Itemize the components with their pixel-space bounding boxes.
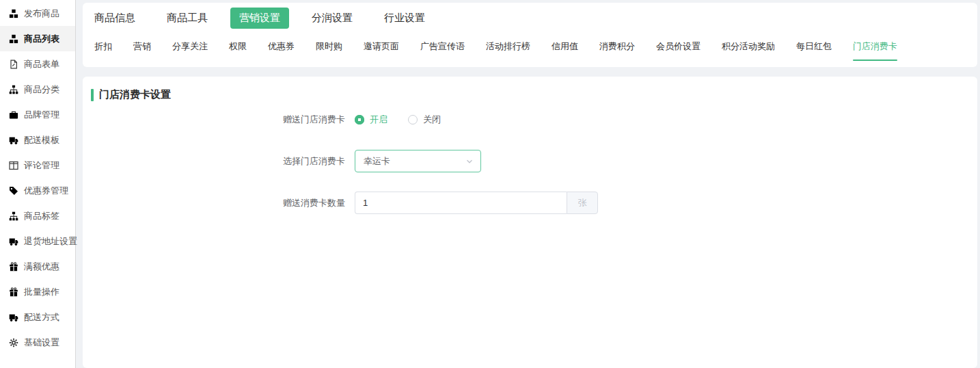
store-card-select-value: 幸运卡 — [364, 155, 390, 168]
cubes-icon — [9, 9, 18, 18]
tab-ad-slogan[interactable]: 广告宣传语 — [420, 40, 465, 53]
sidebar-item-label: 品牌管理 — [24, 109, 59, 121]
gift-icon — [9, 262, 18, 272]
gift-card-toggle-row: 赠送门店消费卡 开启 关闭 — [83, 108, 977, 131]
tab-profit-sharing-settings[interactable]: 分润设置 — [312, 12, 353, 25]
store-card-settings-panel: 门店消费卡设置 赠送门店消费卡 开启 关闭 选择 — [83, 77, 977, 368]
tab-product-tools[interactable]: 商品工具 — [167, 12, 208, 25]
tab-product-info[interactable]: 商品信息 — [94, 12, 135, 25]
sidebar-item-label: 发布商品 — [24, 8, 59, 20]
gift-card-toggle-label: 赠送门店消费卡 — [83, 114, 355, 126]
sidebar-item-label: 配送方式 — [24, 311, 59, 324]
title-accent-bar — [91, 89, 94, 101]
radio-checked-icon[interactable] — [355, 115, 364, 124]
truck-icon — [9, 135, 18, 145]
truck-icon — [9, 237, 18, 246]
section-title: 门店消费卡设置 — [91, 88, 977, 101]
sidebar-item-full-amount-discount[interactable]: 满额优惠 — [0, 254, 75, 279]
sidebar-item-label: 评论管理 — [24, 159, 59, 172]
settings-form: 赠送门店消费卡 开启 关闭 选择门店消费卡 幸运卡 — [83, 108, 977, 214]
sidebar-item-coupon-management[interactable]: 优惠券管理 — [0, 178, 75, 203]
gift-card-radio-group: 开启 关闭 — [355, 114, 441, 126]
sidebar-item-label: 满额优惠 — [24, 261, 59, 273]
sidebar-item-label: 优惠券管理 — [24, 185, 68, 197]
tab-marketing-settings[interactable]: 营销设置 — [230, 8, 289, 29]
sidebar-item-product-tags[interactable]: 商品标签 — [0, 203, 75, 228]
sitemap-icon — [9, 211, 18, 221]
tab-points-activity-reward[interactable]: 积分活动奖励 — [722, 40, 775, 53]
briefcase-icon — [9, 110, 18, 120]
main-area: 商品信息 商品工具 营销设置 分润设置 行业设置 折扣 营销 分享关注 权限 优… — [83, 0, 977, 368]
tabs-card: 商品信息 商品工具 营销设置 分润设置 行业设置 折扣 营销 分享关注 权限 优… — [83, 3, 977, 67]
tab-credit-value[interactable]: 信用值 — [552, 40, 578, 53]
gear-icon — [9, 338, 18, 347]
sidebar-item-product-list[interactable]: 商品列表 — [0, 26, 75, 51]
chevron-down-icon — [465, 157, 474, 166]
quantity-input-group: 张 — [355, 192, 598, 214]
sidebar-item-brand-management[interactable]: 品牌管理 — [0, 102, 75, 127]
primary-tab-bar: 商品信息 商品工具 营销设置 分润设置 行业设置 — [83, 3, 977, 33]
tab-activity-ranking[interactable]: 活动排行榜 — [486, 40, 530, 53]
section-title-text: 门店消费卡设置 — [99, 88, 171, 101]
columns-icon — [9, 161, 18, 170]
radio-unchecked-icon[interactable] — [408, 115, 418, 124]
tab-invite-page[interactable]: 邀请页面 — [364, 40, 399, 53]
tab-marketing[interactable]: 营销 — [133, 40, 151, 53]
radio-enable[interactable]: 开启 — [355, 114, 387, 126]
quantity-unit-append: 张 — [567, 192, 598, 214]
sidebar-item-product-category[interactable]: 商品分类 — [0, 77, 75, 102]
sidebar-item-label: 商品列表 — [24, 33, 59, 45]
sidebar-item-label: 批量操作 — [24, 286, 59, 298]
sitemap-icon — [9, 85, 18, 94]
sidebar-item-review-management[interactable]: 评论管理 — [0, 153, 75, 178]
gift-icon — [9, 287, 18, 297]
truck-icon — [9, 313, 18, 322]
sidebar-item-basic-settings[interactable]: 基础设置 — [0, 330, 75, 355]
sidebar-item-return-address-settings[interactable]: 退货地址设置 — [0, 228, 75, 254]
sidebar-item-label: 退货地址设置 — [24, 235, 77, 248]
sidebar-item-label: 商品标签 — [24, 210, 59, 222]
radio-disable-label: 关闭 — [423, 114, 441, 126]
tab-share-follow[interactable]: 分享关注 — [172, 40, 208, 53]
sidebar-item-publish-product[interactable]: 发布商品 — [0, 1, 75, 26]
tab-consumption-points[interactable]: 消费积分 — [599, 40, 635, 53]
tab-store-consumption-card[interactable]: 门店消费卡 — [853, 40, 897, 53]
tab-member-price-settings[interactable]: 会员价设置 — [656, 40, 700, 53]
sidebar-item-product-form[interactable]: 商品表单 — [0, 51, 75, 77]
card-select-row: 选择门店消费卡 幸运卡 — [83, 150, 977, 172]
tab-industry-settings[interactable]: 行业设置 — [384, 12, 425, 25]
sidebar-item-batch-operations[interactable]: 批量操作 — [0, 279, 75, 304]
quantity-row: 赠送消费卡数量 张 — [83, 192, 977, 214]
secondary-tab-bar: 折扣 营销 分享关注 权限 优惠券 限时购 邀请页面 广告宣传语 活动排行榜 信… — [83, 33, 977, 60]
sidebar-item-label: 基础设置 — [24, 337, 59, 349]
sidebar-item-label: 商品分类 — [24, 83, 59, 96]
tab-flash-sale[interactable]: 限时购 — [316, 40, 342, 53]
sidebar-item-label: 配送模板 — [24, 134, 59, 146]
quantity-input[interactable] — [355, 192, 567, 214]
sidebar-item-shipping-method[interactable]: 配送方式 — [0, 304, 75, 330]
card-select-label: 选择门店消费卡 — [83, 155, 355, 168]
radio-disable[interactable]: 关闭 — [408, 114, 441, 126]
tag-icon — [9, 186, 18, 196]
quantity-label: 赠送消费卡数量 — [83, 197, 355, 209]
radio-enable-label: 开启 — [370, 114, 387, 126]
file-form-icon — [9, 60, 18, 69]
cubes-icon — [9, 34, 18, 44]
tab-permissions[interactable]: 权限 — [229, 40, 247, 53]
store-card-select[interactable]: 幸运卡 — [355, 150, 481, 172]
sidebar-menu: 发布商品 商品列表 商品表单 商品分类 品牌管理 配送模板 评论管理 优惠券管 — [0, 0, 75, 355]
sidebar-item-shipping-template[interactable]: 配送模板 — [0, 127, 75, 153]
sidebar: 发布商品 商品列表 商品表单 商品分类 品牌管理 配送模板 评论管理 优惠券管 — [0, 0, 76, 368]
tab-daily-red-packet[interactable]: 每日红包 — [796, 40, 832, 53]
tab-discount[interactable]: 折扣 — [94, 40, 112, 53]
sidebar-item-label: 商品表单 — [24, 58, 59, 70]
tab-coupon[interactable]: 优惠券 — [268, 40, 295, 53]
